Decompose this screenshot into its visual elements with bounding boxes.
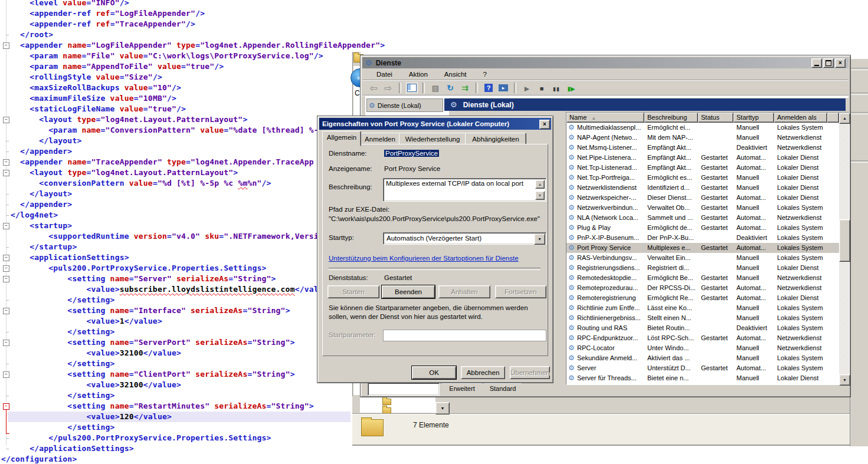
service-row[interactable]: ⚙Port Proxy ServiceMultiplexes e...Gesta… bbox=[566, 243, 839, 253]
description-scroll-down-button[interactable]: ▼ bbox=[535, 191, 545, 200]
fold-collapse-icon[interactable]: − bbox=[3, 340, 9, 346]
service-row[interactable]: ⚙Netzwerkverbindun...Verwaltet Ob...Gest… bbox=[566, 203, 839, 213]
back-button[interactable] bbox=[367, 82, 380, 94]
properties-button[interactable] bbox=[429, 82, 442, 94]
service-row[interactable]: ⚙Richtlinie zum Entfe...Lässt eine Ko...… bbox=[566, 303, 839, 313]
dialog-close-button[interactable]: × bbox=[539, 120, 550, 129]
column-header-name[interactable]: Name▲ bbox=[566, 113, 644, 123]
service-row[interactable]: ⚙Sekundäre Anmeld...Aktiviert das ...Man… bbox=[566, 353, 839, 363]
fold-collapse-icon-changed[interactable]: − bbox=[3, 403, 9, 410]
service-row[interactable]: ⚙Richtlinienergebniss...Stellt einen N..… bbox=[566, 313, 839, 323]
tab-allgemein[interactable]: Allgemein bbox=[322, 131, 361, 146]
start-button[interactable]: Starten bbox=[327, 285, 379, 298]
service-gear-icon: ⚙ bbox=[568, 183, 575, 193]
service-row[interactable]: ⚙Multimediaklassenpl...Ermöglicht ei...M… bbox=[566, 123, 839, 133]
new-window-button[interactable] bbox=[497, 82, 510, 94]
sort-asc-icon: ▲ bbox=[591, 116, 596, 121]
service-row[interactable]: ⚙ServerUnterstützt D...GestartetAutomat.… bbox=[566, 363, 839, 373]
service-starttype: Manuell bbox=[736, 373, 772, 383]
pause-button[interactable]: Anhalten bbox=[438, 285, 490, 298]
service-row[interactable]: ⚙NAP-Agent (Netwo...Mit dem NAP-...Manue… bbox=[566, 133, 839, 143]
column-header-status[interactable]: Status bbox=[698, 113, 733, 123]
code-editor[interactable]: <level value="INFO"/> <appender-ref ref=… bbox=[0, 0, 357, 464]
service-name: Net.Pipe-Listenera... bbox=[577, 153, 644, 163]
close-button[interactable]: × bbox=[835, 58, 846, 68]
service-status: Gestartet bbox=[701, 243, 733, 253]
fold-collapse-icon[interactable]: − bbox=[3, 371, 9, 378]
scrollbar-thumb[interactable] bbox=[839, 219, 850, 262]
fold-collapse-icon[interactable]: − bbox=[3, 276, 9, 282]
explorer-statusbar: 7 Elemente bbox=[352, 414, 850, 445]
scroll-up-button[interactable]: ▲ bbox=[839, 113, 850, 124]
show-tree-button[interactable] bbox=[405, 82, 418, 94]
menu-item-datei[interactable]: Datei bbox=[376, 71, 392, 78]
fold-collapse-icon[interactable]: − bbox=[3, 42, 9, 49]
fold-collapse-icon[interactable]: − bbox=[3, 223, 9, 229]
apply-button[interactable]: Übernehmen bbox=[510, 366, 550, 379]
column-header-starttyp[interactable]: Starttyp bbox=[733, 113, 774, 123]
view-tab-standard[interactable]: Standard bbox=[484, 383, 522, 394]
pause-service-button[interactable] bbox=[550, 82, 563, 94]
service-logon: Netzwerkdienst bbox=[777, 133, 836, 143]
service-row[interactable]: ⚙Remotedesktopdie...Ermöglicht Be...Gest… bbox=[566, 273, 839, 283]
description-scroll-up-button[interactable]: ▲ bbox=[535, 180, 545, 189]
service-row[interactable]: ⚙Server für Threads...Bietet eine n...Ma… bbox=[566, 373, 839, 383]
service-row[interactable]: ⚙Remoteprozedurau...Der RPCSS-Di...Gesta… bbox=[566, 283, 839, 293]
service-row[interactable]: ⚙Net.Tcp-Portfreiga...Ermöglicht es...Ge… bbox=[566, 173, 839, 183]
service-row[interactable]: ⚙Net.Pipe-Listenera...Empfängt Akt...Ges… bbox=[566, 153, 839, 163]
help-button[interactable] bbox=[482, 82, 495, 94]
column-header-anmelden-als[interactable]: Anmelden als bbox=[774, 113, 827, 123]
service-row[interactable]: ⚙NLA (Network Loca...Sammelt und ...Gest… bbox=[566, 213, 839, 223]
stop-service-button[interactable] bbox=[535, 82, 548, 94]
service-row[interactable]: ⚙Registrierungsdiens...Registriert di...… bbox=[566, 263, 839, 273]
start-parameters-input[interactable] bbox=[383, 330, 546, 341]
column-header-beschreibung[interactable]: Beschreibung bbox=[644, 113, 698, 123]
scroll-down-button[interactable]: ▼ bbox=[839, 374, 850, 386]
maximize-button[interactable] bbox=[823, 58, 834, 68]
menu-item-help[interactable]: ? bbox=[483, 71, 487, 78]
dialog-titlebar[interactable]: Eigenschaften von Port Proxy Service (Lo… bbox=[319, 118, 551, 130]
fold-collapse-icon[interactable]: − bbox=[3, 159, 9, 166]
service-row[interactable]: ⚙Net.Tcp-Listenerad...Empfängt Akt...Ges… bbox=[566, 163, 839, 173]
service-row[interactable]: ⚙Netzwerkspeicher-...Dieser Dienst...Ges… bbox=[566, 193, 839, 203]
export-list-button[interactable] bbox=[458, 82, 471, 94]
combo-dropdown-button[interactable]: ▼ bbox=[534, 233, 545, 245]
service-row[interactable]: ⚙RemoteregistrierungErmöglicht Re...Gest… bbox=[566, 293, 839, 303]
service-row[interactable]: ⚙RAS-Verbindungsv...Verwaltet Ein...Manu… bbox=[566, 253, 839, 263]
fold-collapse-icon[interactable]: − bbox=[3, 117, 9, 123]
service-row[interactable]: ⚙NetzwerklistendienstIdentifiziert d...G… bbox=[566, 183, 839, 193]
refresh-button[interactable] bbox=[444, 82, 457, 94]
column-header-filler[interactable] bbox=[827, 113, 839, 123]
view-tab-erweitert[interactable]: Erweitert bbox=[442, 383, 482, 394]
explorer-dropdown-button[interactable]: ▼ bbox=[435, 402, 450, 414]
menu-item-aktion[interactable]: Aktion bbox=[409, 71, 428, 78]
fold-collapse-icon[interactable]: − bbox=[3, 265, 9, 272]
minimize-button[interactable] bbox=[811, 58, 822, 68]
description-field[interactable]: Multiplexes external TCP/IP data on loca… bbox=[383, 178, 546, 202]
services-scrollbar[interactable]: ▲ ▼ bbox=[839, 113, 849, 384]
fold-collapse-icon[interactable]: − bbox=[3, 170, 9, 176]
tree-item-dienste-lokal[interactable]: ⚙ Dienste (Lokal) bbox=[366, 98, 443, 112]
fold-collapse-icon[interactable]: − bbox=[3, 255, 9, 261]
fold-tick bbox=[6, 35, 9, 35]
resume-button[interactable]: Fortsetzen bbox=[495, 285, 546, 298]
service-row[interactable]: ⚙Net.Msmq-Listener...Empfängt Akt...Deak… bbox=[566, 143, 839, 153]
services-titlebar[interactable]: ⚙ Dienste × bbox=[362, 57, 849, 68]
restart-service-button[interactable] bbox=[565, 82, 578, 94]
service-row[interactable]: ⚙RPC-LocatorUnter Windo...ManuellNetzwer… bbox=[566, 343, 839, 353]
service-row[interactable]: ⚙Plug & PlayErmöglicht de...GestartetAut… bbox=[566, 223, 839, 233]
forward-button[interactable] bbox=[382, 82, 395, 94]
ok-button[interactable]: OK bbox=[412, 366, 456, 379]
stop-button[interactable]: Beenden bbox=[382, 285, 435, 298]
cancel-button[interactable]: Abbrechen bbox=[461, 366, 505, 379]
service-row[interactable]: ⚙RPC-Endpunktzuor...Löst RPC-Sch...Gesta… bbox=[566, 333, 839, 343]
folder-item-icon[interactable] bbox=[382, 399, 391, 405]
start-service-button[interactable] bbox=[520, 82, 533, 94]
startup-type-select[interactable]: Automatisch (Verzögerter Start) ▼ bbox=[383, 232, 546, 245]
menu-item-ansicht[interactable]: Ansicht bbox=[444, 71, 467, 78]
startup-options-help-link[interactable]: Unterstützung beim Konfigurieren der Sta… bbox=[329, 255, 519, 262]
service-row[interactable]: ⚙PnP-X-IP-Busenum...Der PnP-X-Bu...Deakt… bbox=[566, 233, 839, 243]
service-description: Löst RPC-Sch... bbox=[647, 333, 698, 343]
fold-collapse-icon[interactable]: − bbox=[3, 308, 9, 314]
service-row[interactable]: ⚙Routing und RASBietet Routin...Deaktivi… bbox=[566, 323, 839, 333]
